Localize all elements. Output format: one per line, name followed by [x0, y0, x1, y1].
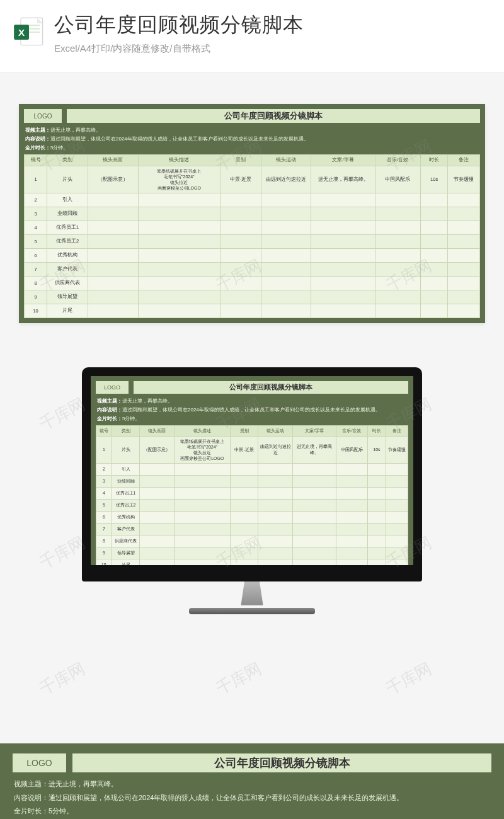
watermark: 千库网 — [212, 658, 265, 701]
cell-no: 4 — [96, 487, 112, 499]
cell-subtitle — [311, 262, 375, 276]
storyboard-table: 镜号类别镜头画面镜头描述景别镜头运动文案/字幕音乐/音效时长备注1片头（配图示意… — [24, 154, 480, 318]
table-header: 景别 — [230, 425, 258, 436]
table-header: 镜号 — [96, 425, 112, 436]
cell-motion — [261, 262, 311, 276]
cell-note: 节奏缓慢 — [386, 436, 408, 463]
cell-music — [336, 499, 368, 511]
cell-music — [336, 463, 368, 475]
meta-duration: 全片时长：5分钟。 — [97, 415, 407, 422]
cell-duration: 10s — [367, 436, 386, 463]
cell-duration — [420, 234, 447, 248]
cell-music — [336, 559, 368, 565]
cell-shot — [230, 475, 258, 487]
cell-note — [386, 523, 408, 535]
cell-category: 客户代表 — [47, 262, 88, 276]
cell-shot — [220, 262, 261, 276]
storyboard-table: 镜号类别镜头画面镜头描述景别镜头运动文案/字幕音乐/音效时长备注1片头（配图示意… — [96, 425, 408, 565]
cell-no: 5 — [25, 234, 47, 248]
cell-subtitle: 进无止境，再攀高峰。 — [292, 436, 336, 463]
cell-description — [174, 559, 230, 565]
cell-motion — [258, 511, 292, 523]
cell-description — [138, 276, 220, 290]
cell-duration — [420, 304, 447, 318]
table-row: 4优秀员工1 — [25, 220, 480, 234]
watermark: 千库网 — [35, 658, 89, 701]
cell-music — [375, 248, 420, 262]
cell-duration — [420, 220, 447, 234]
cell-shot — [220, 276, 261, 290]
watermark: 千库网 — [382, 658, 435, 701]
meta-content: 内容说明：通过回顾和展望，体现公司在2024年取得的骄人成绩，让全体员工和客户看… — [25, 135, 479, 142]
cell-duration — [367, 535, 386, 547]
cell-duration — [420, 193, 447, 207]
cell-note — [448, 248, 480, 262]
cell-music: 中国风配乐 — [336, 436, 368, 463]
cell-picture — [88, 248, 139, 262]
cell-subtitle — [292, 523, 336, 535]
cell-picture — [88, 220, 139, 234]
cell-picture — [140, 523, 174, 535]
cell-shot — [230, 523, 258, 535]
table-row: 3业绩回顾 — [96, 475, 408, 487]
table-row: 10片尾 — [25, 304, 480, 318]
monitor-base — [189, 608, 315, 614]
table-row: 10片尾 — [96, 559, 408, 565]
meta-theme: 视频主题：进无止境，再攀高峰。 — [25, 127, 479, 134]
logo-box: LOGO — [24, 109, 62, 123]
cell-no: 9 — [25, 290, 47, 304]
cell-motion — [261, 276, 311, 290]
monitor-screen: LOGO公司年度回顾视频分镜脚本视频主题：进无止境，再攀高峰。内容说明：通过回顾… — [91, 376, 413, 565]
table-row: 5优秀员工2 — [96, 499, 408, 511]
cell-note — [448, 193, 480, 207]
cell-motion — [261, 290, 311, 304]
doc-title: 公司年度回顾视频分镜脚本 — [72, 753, 491, 772]
cell-no: 6 — [25, 248, 47, 262]
cell-shot — [230, 535, 258, 547]
cell-motion — [258, 475, 292, 487]
cell-shot: 中景-近景 — [230, 436, 258, 463]
cell-subtitle — [311, 276, 375, 290]
cell-category: 优秀员工2 — [112, 499, 140, 511]
cell-picture — [140, 499, 174, 511]
cell-subtitle — [292, 499, 336, 511]
cell-duration — [420, 248, 447, 262]
cell-note — [448, 262, 480, 276]
cell-picture: （配图示意） — [140, 436, 174, 463]
cell-shot — [220, 193, 261, 207]
cell-picture: （配图示意） — [88, 166, 139, 193]
cell-picture — [88, 304, 139, 318]
cell-no: 4 — [25, 220, 47, 234]
top-banner: X 公司年度回顾视频分镜脚本 Excel/A4打印/内容随意修改/自带格式 — [0, 0, 504, 72]
page-title: 公司年度回顾视频分镜脚本 — [54, 11, 491, 39]
cell-category: 片尾 — [47, 304, 88, 318]
cell-music — [375, 262, 420, 276]
cell-duration — [420, 207, 447, 220]
table-header: 文案/字幕 — [311, 154, 375, 166]
cell-shot — [220, 234, 261, 248]
cell-note — [386, 511, 408, 523]
cell-note — [386, 559, 408, 565]
table-row: 8供应商代表 — [96, 535, 408, 547]
cell-description — [174, 535, 230, 547]
cell-category: 优秀员工1 — [47, 220, 88, 234]
cell-category: 优秀员工2 — [47, 234, 88, 248]
cell-shot — [230, 487, 258, 499]
cell-picture — [88, 290, 139, 304]
cell-music — [375, 220, 420, 234]
cell-picture — [88, 234, 139, 248]
cell-duration — [420, 262, 447, 276]
table-row: 4优秀员工1 — [96, 487, 408, 499]
meta-duration: 全片时长：5分钟。 — [25, 144, 479, 151]
cell-duration — [367, 499, 386, 511]
cell-motion — [258, 499, 292, 511]
cell-no: 7 — [25, 262, 47, 276]
cell-description — [138, 193, 220, 207]
cell-motion — [261, 193, 311, 207]
table-header: 备注 — [386, 425, 408, 436]
cell-music — [336, 547, 368, 559]
monitor-mockup: LOGO公司年度回顾视频分镜脚本视频主题：进无止境，再攀高峰。内容说明：通过回顾… — [82, 367, 422, 614]
cell-note — [448, 207, 480, 220]
cell-category: 供应商代表 — [47, 276, 88, 290]
meta-content: 内容说明：通过回顾和展望，体现公司在2024年取得的骄人成绩，让全体员工和客户看… — [14, 793, 490, 803]
